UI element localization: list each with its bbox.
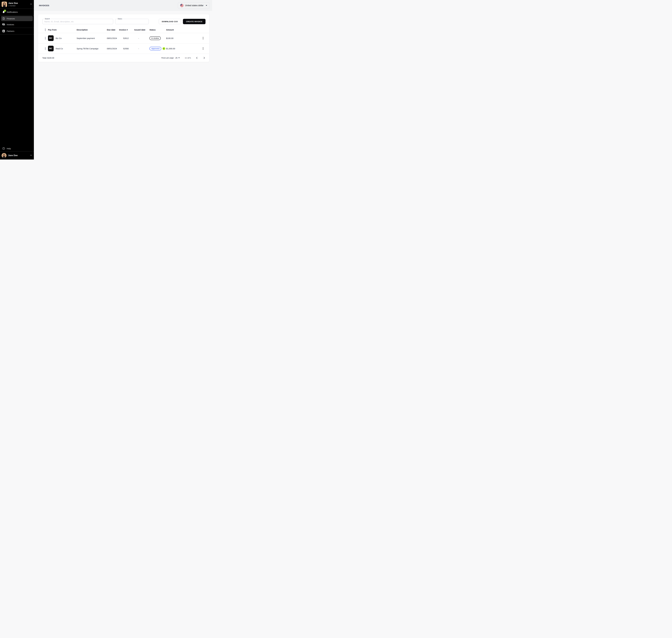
sidebar-item-label: Finances bbox=[7, 17, 15, 20]
company-name: Biz Co bbox=[56, 37, 62, 39]
contacts-icon bbox=[2, 30, 5, 33]
page-header: INVOICES bbox=[34, 0, 212, 11]
page-content: Search Status DOWNLOAD CSV CREATE INVOIC… bbox=[34, 11, 212, 160]
total-amount: Total: $100.00 bbox=[42, 57, 54, 59]
download-csv-button[interactable]: DOWNLOAD CSV bbox=[159, 19, 181, 24]
invoice-no-cell: 52550 bbox=[119, 47, 134, 50]
help-label: Help bbox=[7, 147, 11, 150]
sidebar-item-help[interactable]: ? Help bbox=[0, 146, 34, 151]
sidebar: Jane Doe 1 member 3 Notifications $ bbox=[0, 0, 34, 160]
sidebar-item-invoices[interactable]: Invoices bbox=[1, 22, 33, 27]
invoices-card: Search Status DOWNLOAD CSV CREATE INVOIC… bbox=[38, 14, 209, 62]
rows-per-page: Rows per page: 25 bbox=[162, 57, 180, 59]
column-header-pay-from: Pay from bbox=[48, 29, 77, 31]
sidebar-item-label: Notifications bbox=[7, 11, 18, 13]
search-field-label: Search bbox=[44, 18, 51, 20]
table-header-row: Pay from Description Due date Invoice # … bbox=[38, 27, 209, 33]
finances-document-icon: $ bbox=[2, 17, 5, 20]
rows-per-page-value: 25 bbox=[175, 57, 178, 59]
workspace-meta: Jane Doe 1 member bbox=[9, 2, 29, 6]
chevron-down-icon bbox=[30, 154, 32, 157]
sidebar-item-label: Partners bbox=[7, 30, 14, 32]
status-filter-field: Status bbox=[115, 19, 149, 24]
nav-section-notifications: 3 Notifications bbox=[0, 9, 34, 15]
table-footer: Total: $100.00 Rows per page: 25 1-1 of … bbox=[38, 54, 209, 62]
issued-date-cell: - bbox=[134, 47, 149, 50]
description-cell: September payment bbox=[77, 37, 107, 39]
invoices-toolbar: Search Status DOWNLOAD CSV CREATE INVOIC… bbox=[38, 14, 209, 24]
table-row[interactable]: RC Real Co Spring TikTok Campaign 09/01/… bbox=[38, 44, 209, 54]
chevron-down-icon bbox=[30, 3, 32, 6]
previous-page-button[interactable] bbox=[196, 56, 198, 59]
row-checkbox[interactable] bbox=[45, 47, 46, 50]
sidebar-item-finances[interactable]: $ Finances bbox=[1, 16, 33, 21]
company-name: Real Co bbox=[56, 47, 63, 50]
due-date-cell: 09/01/2024 bbox=[107, 37, 119, 39]
column-header-description: Description bbox=[77, 29, 107, 31]
workspace-switcher[interactable]: Jane Doe 1 member bbox=[0, 0, 34, 9]
currency-selector[interactable]: United states dollar bbox=[178, 2, 209, 9]
status-badge: In review bbox=[149, 36, 161, 40]
create-invoice-button[interactable]: CREATE INVOICE bbox=[183, 19, 205, 24]
main-area: INVOICES bbox=[34, 0, 212, 160]
pay-from-cell: RC Real Co bbox=[48, 46, 77, 51]
search-input[interactable] bbox=[43, 19, 113, 24]
invoice-no-cell: 52612 bbox=[119, 37, 134, 39]
notification-count-badge: 3 bbox=[4, 10, 6, 12]
svg-text:$: $ bbox=[3, 18, 4, 19]
page-title: INVOICES bbox=[39, 4, 49, 6]
svg-text:?: ? bbox=[3, 148, 4, 149]
pagination-range: 1-1 of 1 bbox=[185, 57, 191, 59]
user-avatar bbox=[2, 153, 6, 158]
amount-cell: $100.00 bbox=[166, 37, 199, 39]
pay-from-cell: BC Biz Co bbox=[48, 35, 77, 41]
select-all-checkbox[interactable] bbox=[45, 28, 46, 31]
row-actions-kebab-icon[interactable] bbox=[202, 36, 204, 40]
description-cell: Spring TikTok Campaign bbox=[77, 47, 107, 50]
nav-section-finance: $ Finances Invoices bbox=[0, 15, 34, 28]
help-icon: ? bbox=[2, 147, 5, 150]
instant-pay-lightning-icon bbox=[162, 47, 165, 50]
column-header-status: Status bbox=[149, 29, 166, 31]
amount-cell: $1,000.00 bbox=[166, 47, 199, 50]
next-page-button[interactable] bbox=[203, 56, 205, 59]
workspace-avatar bbox=[2, 2, 7, 7]
nav-section-partners: Partners bbox=[0, 28, 34, 34]
bell-icon: 3 bbox=[2, 11, 5, 14]
us-flag-icon bbox=[180, 4, 184, 7]
status-cell: Approved bbox=[149, 47, 166, 50]
status-cell: In review bbox=[149, 36, 166, 40]
status-badge: Approved bbox=[149, 47, 161, 50]
caret-down-icon bbox=[178, 57, 180, 58]
table-row[interactable]: BC Biz Co September payment 09/01/2024 5… bbox=[38, 33, 209, 44]
row-actions-kebab-icon[interactable] bbox=[202, 47, 204, 51]
user-menu[interactable]: Jane Doe bbox=[0, 151, 34, 160]
column-header-amount: Amount bbox=[166, 29, 199, 31]
company-avatar: BC bbox=[48, 35, 54, 41]
sidebar-item-partners[interactable]: Partners bbox=[1, 29, 33, 34]
column-header-issued-date: Issued date bbox=[134, 29, 149, 31]
row-checkbox[interactable] bbox=[45, 37, 46, 40]
workspace-member-count: 1 member bbox=[9, 5, 29, 7]
caret-down-icon bbox=[206, 5, 207, 6]
search-field: Search bbox=[42, 19, 113, 24]
issued-date-cell: - bbox=[134, 37, 149, 39]
payments-icon bbox=[2, 23, 5, 26]
workspace-name: Jane Doe bbox=[9, 2, 29, 4]
column-header-due-date: Due date bbox=[107, 29, 119, 31]
status-field-label: Status bbox=[117, 18, 123, 20]
user-name: Jane Doe bbox=[8, 154, 28, 157]
column-header-invoice-no: Invoice # bbox=[119, 29, 134, 31]
sidebar-spacer bbox=[0, 34, 34, 146]
rows-per-page-select[interactable]: 25 bbox=[175, 57, 180, 59]
sidebar-item-notifications[interactable]: 3 Notifications bbox=[1, 10, 33, 15]
company-avatar: RC bbox=[48, 46, 54, 51]
due-date-cell: 09/01/2024 bbox=[107, 47, 119, 50]
app-window: Jane Doe 1 member 3 Notifications $ bbox=[0, 0, 212, 160]
currency-label: United states dollar bbox=[185, 4, 203, 7]
sidebar-item-label: Invoices bbox=[7, 23, 14, 26]
rows-per-page-label: Rows per page: bbox=[162, 57, 174, 59]
